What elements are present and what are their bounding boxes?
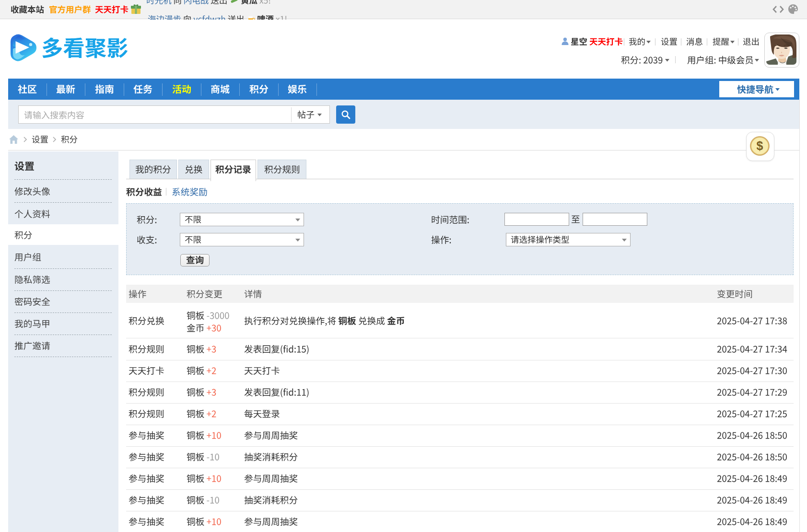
svg-text:$: $ <box>757 139 763 152</box>
